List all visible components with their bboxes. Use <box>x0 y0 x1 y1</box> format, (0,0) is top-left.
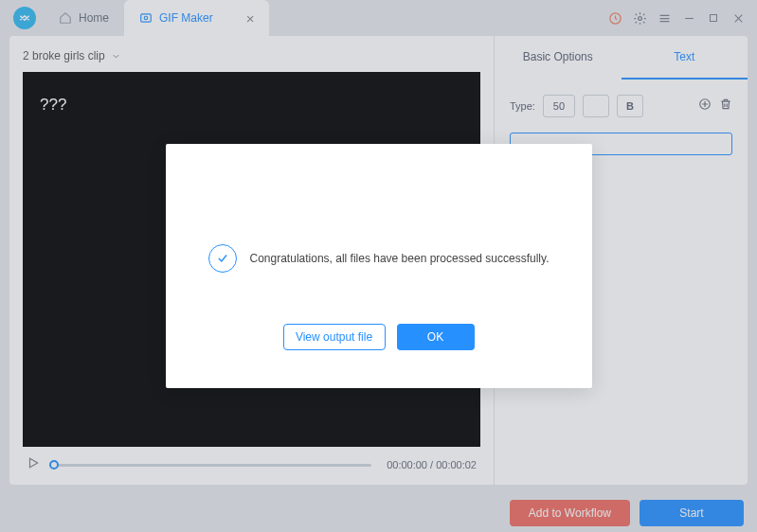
view-output-button[interactable]: View output file <box>283 324 386 350</box>
modal-overlay: Congratulations, all files have been pro… <box>0 0 757 532</box>
success-modal: Congratulations, all files have been pro… <box>166 144 592 388</box>
check-icon <box>208 244 237 273</box>
ok-button[interactable]: OK <box>397 324 475 350</box>
modal-message: Congratulations, all files have been pro… <box>250 252 550 265</box>
